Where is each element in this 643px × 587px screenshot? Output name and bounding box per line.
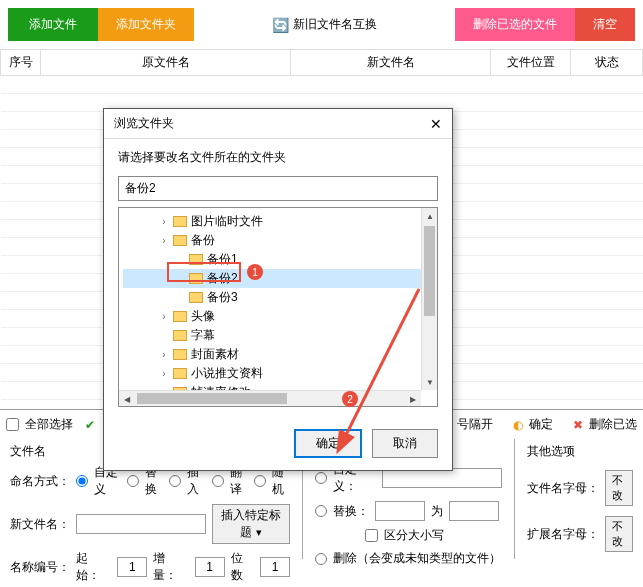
tree-scrollbar-v[interactable]: ▲ ▼ bbox=[421, 208, 437, 390]
folder-icon bbox=[173, 349, 187, 360]
check-icon: ✔ bbox=[85, 418, 95, 432]
ext-delete-radio[interactable] bbox=[315, 553, 327, 565]
scroll-thumb-v[interactable] bbox=[424, 226, 435, 316]
folder-icon bbox=[173, 311, 187, 322]
naming-replace-radio[interactable] bbox=[127, 475, 139, 487]
insert-title-button[interactable]: 插入特定标题 ▾ bbox=[212, 504, 290, 544]
swap-names-button[interactable]: 🔄 新旧文件名互换 bbox=[272, 16, 377, 33]
tree-item[interactable]: ›备份 bbox=[123, 231, 433, 250]
scroll-up-icon[interactable]: ▲ bbox=[422, 208, 438, 224]
dialog-close-button[interactable]: ✕ bbox=[430, 116, 442, 132]
naming-translate-radio[interactable] bbox=[212, 475, 224, 487]
naming-label: 命名方式： bbox=[10, 473, 70, 490]
tree-item[interactable]: ›图片临时文件 bbox=[123, 212, 433, 231]
col-status[interactable]: 状态 bbox=[571, 50, 643, 76]
tree-item[interactable]: 备份3 bbox=[123, 288, 433, 307]
digits-input[interactable] bbox=[260, 557, 290, 577]
confirm-icon: ◐ bbox=[513, 418, 523, 432]
tree-item-label: 头像 bbox=[191, 308, 215, 325]
increment-input[interactable] bbox=[195, 557, 225, 577]
ext-letter-label: 扩展名字母： bbox=[527, 526, 599, 543]
annotation-badge-1: 1 bbox=[247, 264, 263, 280]
chevron-right-icon[interactable]: › bbox=[159, 406, 169, 407]
confirm-label[interactable]: 确定 bbox=[529, 416, 553, 433]
filename-letter-select[interactable]: 不改 bbox=[605, 470, 633, 506]
col-old[interactable]: 原文件名 bbox=[41, 50, 291, 76]
scroll-thumb-h[interactable] bbox=[137, 393, 287, 404]
naming-insert-radio[interactable] bbox=[169, 475, 181, 487]
ext-replace-radio[interactable] bbox=[315, 505, 327, 517]
annotation-box-1 bbox=[167, 262, 241, 282]
add-folder-button[interactable]: 添加文件夹 bbox=[98, 8, 194, 41]
tree-scrollbar-h[interactable]: ◀ ▶ bbox=[119, 390, 421, 406]
delete-icon: ✖ bbox=[573, 418, 583, 432]
folder-icon bbox=[173, 406, 187, 407]
folder-tree[interactable]: ›图片临时文件›备份备份1备份2备份3›头像字幕›封面素材›小说推文资料›帧速率… bbox=[118, 207, 438, 407]
chevron-right-icon[interactable]: › bbox=[159, 216, 169, 227]
add-file-button[interactable]: 添加文件 bbox=[8, 8, 98, 41]
browse-folder-dialog: 浏览文件夹 ✕ 请选择要改名文件所在的文件夹 备份2 ›图片临时文件›备份备份1… bbox=[103, 108, 453, 471]
newname-label: 新文件名： bbox=[10, 516, 70, 533]
name-number-label: 名称编号： bbox=[10, 559, 70, 576]
newname-input[interactable] bbox=[76, 514, 206, 534]
dialog-cancel-button[interactable]: 取消 bbox=[372, 429, 438, 458]
select-all-label: 全部选择 bbox=[25, 416, 73, 433]
ext-letter-select[interactable]: 不改 bbox=[605, 516, 633, 552]
filename-letter-label: 文件名字母： bbox=[527, 480, 599, 497]
select-all-checkbox[interactable] bbox=[6, 418, 19, 431]
chevron-right-icon[interactable]: › bbox=[159, 311, 169, 322]
scroll-down-icon[interactable]: ▼ bbox=[422, 374, 438, 390]
vertical-separator-2 bbox=[514, 439, 515, 559]
tree-item-label: 备份 bbox=[191, 232, 215, 249]
folder-icon bbox=[173, 368, 187, 379]
folder-icon bbox=[173, 235, 187, 246]
scroll-right-icon[interactable]: ▶ bbox=[405, 391, 421, 407]
tree-item-label: 图片临时文件 bbox=[191, 213, 263, 230]
col-index[interactable]: 序号 bbox=[1, 50, 41, 76]
folder-icon bbox=[173, 330, 187, 341]
dialog-message: 请选择要改名文件所在的文件夹 bbox=[118, 149, 438, 166]
tree-item[interactable]: 字幕 bbox=[123, 326, 433, 345]
folder-icon bbox=[189, 292, 203, 303]
col-loc[interactable]: 文件位置 bbox=[491, 50, 571, 76]
naming-random-radio[interactable] bbox=[254, 475, 266, 487]
chevron-right-icon[interactable]: › bbox=[159, 235, 169, 246]
table-row[interactable] bbox=[1, 76, 643, 94]
tree-item-label: 备份3 bbox=[207, 289, 238, 306]
tree-item-label: 小说推文资料 bbox=[191, 365, 263, 382]
swap-label: 新旧文件名互换 bbox=[293, 16, 377, 33]
separator-label: | 号隔开 bbox=[451, 416, 493, 433]
ext-custom-input[interactable] bbox=[382, 468, 502, 488]
top-toolbar: 添加文件 添加文件夹 🔄 新旧文件名互换 删除已选的文件 清空 bbox=[0, 0, 643, 49]
dialog-path-input[interactable]: 备份2 bbox=[118, 176, 438, 201]
swap-icon: 🔄 bbox=[272, 17, 289, 33]
ext-custom-radio[interactable] bbox=[315, 472, 327, 484]
scroll-left-icon[interactable]: ◀ bbox=[119, 391, 135, 407]
tree-item[interactable]: ›头像 bbox=[123, 307, 433, 326]
folder-icon bbox=[173, 216, 187, 227]
tree-item-label: 封面素材 bbox=[191, 346, 239, 363]
ext-replace-from-input[interactable] bbox=[375, 501, 425, 521]
tree-item[interactable]: ›小说推文资料 bbox=[123, 364, 433, 383]
col-new[interactable]: 新文件名 bbox=[291, 50, 491, 76]
case-sensitive-checkbox[interactable] bbox=[365, 529, 378, 542]
tree-item[interactable]: ›封面素材 bbox=[123, 345, 433, 364]
delete-selected-files-button[interactable]: 删除已选的文件 bbox=[455, 8, 575, 41]
naming-custom-radio[interactable] bbox=[76, 475, 88, 487]
chevron-right-icon[interactable]: › bbox=[159, 368, 169, 379]
start-input[interactable] bbox=[117, 557, 147, 577]
ext-replace-to-input[interactable] bbox=[449, 501, 499, 521]
dialog-ok-button[interactable]: 确定 bbox=[294, 429, 362, 458]
other-options-title: 其他选项 bbox=[527, 443, 633, 460]
delete-selected-label[interactable]: 删除已选 bbox=[589, 416, 637, 433]
clear-button[interactable]: 清空 bbox=[575, 8, 635, 41]
chevron-right-icon[interactable]: › bbox=[159, 349, 169, 360]
annotation-badge-2: 2 bbox=[342, 391, 358, 407]
tree-item-label: 字幕 bbox=[191, 327, 215, 344]
dialog-title: 浏览文件夹 bbox=[114, 115, 174, 132]
